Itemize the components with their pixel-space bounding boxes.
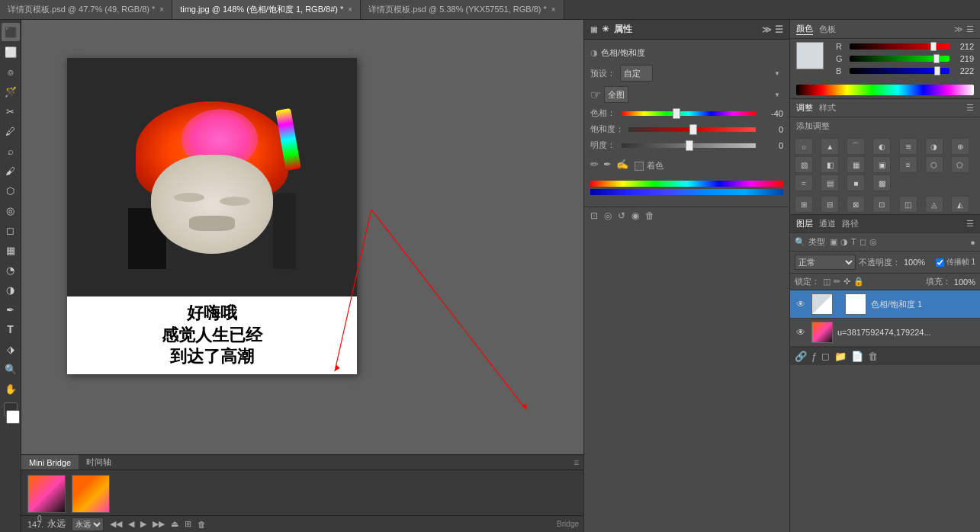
adj-r4[interactable]: ⊡ <box>872 196 891 213</box>
lock-transparent-icon[interactable]: ◫ <box>823 277 831 287</box>
panel-expand-icon[interactable]: ≫ <box>762 24 772 35</box>
add-frame-btn[interactable]: ⊞ <box>185 519 191 529</box>
lock-all-icon[interactable]: 🔒 <box>853 277 864 287</box>
adj-brightness[interactable]: ☼ <box>795 138 813 155</box>
adj-vibrance[interactable]: ≋ <box>899 138 917 155</box>
eyedropper-btn[interactable]: 🖊 <box>2 122 20 140</box>
history-btn[interactable]: ◎ <box>2 201 20 220</box>
view-icon[interactable]: ◎ <box>604 210 612 221</box>
tab-psd1-close[interactable]: × <box>159 5 164 14</box>
swatch-tab[interactable]: 色板 <box>819 24 836 35</box>
play-btn[interactable]: ▶ <box>140 519 146 529</box>
tab-psd2-close[interactable]: × <box>551 5 556 14</box>
new-layer-icon[interactable]: 📄 <box>851 351 863 362</box>
adj-r5[interactable]: ◫ <box>899 196 917 213</box>
hand-tool-icon[interactable]: ☞ <box>590 88 601 102</box>
mini-bridge-tab[interactable]: Mini Bridge <box>21 455 79 470</box>
filter-adj[interactable]: ◑ <box>840 237 848 247</box>
channel-select[interactable]: 全图 红色 黄色 绿色 青色 蓝色 洋红 <box>604 86 628 103</box>
thumbnail-1[interactable] <box>27 475 66 513</box>
pen-btn[interactable]: ✒ <box>2 300 20 319</box>
adj-channel[interactable]: ≡ <box>899 156 917 173</box>
pencil3-icon[interactable]: ✍ <box>616 159 628 170</box>
delete-adj-icon[interactable]: 🗑 <box>645 210 654 221</box>
clip-icon[interactable]: ⊡ <box>590 210 598 221</box>
blend-mode-select[interactable]: 正常 溶解 正片叠底 <box>795 255 856 270</box>
bright-slider-track[interactable] <box>622 141 756 150</box>
adj-exposure[interactable]: ◐ <box>872 138 891 155</box>
reset-icon[interactable]: ↺ <box>618 210 625 221</box>
thumbnail-2[interactable] <box>72 475 110 513</box>
propagate-checkbox[interactable] <box>936 258 944 267</box>
add-mask-icon[interactable]: ◻ <box>821 351 830 362</box>
filter-toggle[interactable]: ● <box>970 237 975 248</box>
filter-text[interactable]: T <box>851 237 856 247</box>
channels-tab[interactable]: 通道 <box>819 218 836 229</box>
layers-menu[interactable]: ☰ <box>966 219 974 229</box>
pencil2-icon[interactable]: ✒ <box>603 159 612 170</box>
new-group-icon[interactable]: 📁 <box>834 351 847 362</box>
lock-paint-icon[interactable]: ✏ <box>834 277 840 287</box>
loop-select[interactable]: 永远 <box>72 518 104 531</box>
blur-btn[interactable]: ◔ <box>2 261 20 279</box>
filter-shape[interactable]: ◻ <box>860 237 866 247</box>
forward-btn[interactable]: ▶▶ <box>153 519 165 529</box>
adj-menu-icon[interactable]: ☰ <box>966 103 974 113</box>
magic-wand-btn[interactable]: 🪄 <box>2 82 20 101</box>
eject-btn[interactable]: ⏏ <box>171 519 178 529</box>
hue-slider-track[interactable] <box>622 109 756 118</box>
adj-selective[interactable]: ▣ <box>872 156 891 173</box>
shape-btn[interactable]: ⬗ <box>2 340 20 358</box>
r-thumb[interactable] <box>930 42 937 51</box>
adj-levels[interactable]: ▲ <box>821 138 839 155</box>
adj-r3[interactable]: ⊠ <box>847 196 865 213</box>
mini-bridge-menu[interactable]: ≡ <box>569 457 583 468</box>
lasso-tool-btn[interactable]: ⌾ <box>2 62 20 81</box>
delete-layer-icon[interactable]: 🗑 <box>868 351 878 362</box>
prev-btn[interactable]: ◀ <box>128 519 134 529</box>
r-slider[interactable] <box>850 43 949 50</box>
preset-select[interactable]: 自定 默认值 <box>620 65 653 82</box>
adj-pattern[interactable]: ▩ <box>872 175 891 191</box>
panel-menu-icon[interactable]: ☰ <box>775 24 783 35</box>
crop-tool-btn[interactable]: ✂ <box>2 102 20 120</box>
lock-move-icon[interactable]: ✜ <box>843 277 850 287</box>
color-spectrum-strip[interactable] <box>796 85 974 95</box>
pencil1-icon[interactable]: ✏ <box>590 159 599 170</box>
color-swatch[interactable] <box>796 42 824 69</box>
adj-invert[interactable]: ⬡ <box>925 156 943 173</box>
adj-gradient2[interactable]: ▤ <box>821 175 839 191</box>
adj-bw[interactable]: ▨ <box>795 156 813 173</box>
layer-item-1[interactable]: 👁 u=3817592474,179224... <box>790 319 980 347</box>
b-thumb[interactable] <box>934 66 940 75</box>
sat-slider-thumb[interactable] <box>689 124 697 135</box>
link-layers-icon[interactable]: 🔗 <box>795 351 807 362</box>
adj-curves[interactable]: ⌒ <box>847 138 865 155</box>
adj-huesat[interactable]: ◑ <box>925 138 943 155</box>
eraser-btn[interactable]: ◻ <box>2 221 20 239</box>
layer-item-0[interactable]: 👁 色相/饱和度 1 <box>790 290 980 319</box>
tab-timg-close[interactable]: × <box>348 5 352 14</box>
visibility-icon[interactable]: ◉ <box>631 210 639 221</box>
adj-tab[interactable]: 调整 <box>796 102 813 114</box>
color-tab[interactable]: 颜色 <box>796 23 813 35</box>
marquee-tool-btn[interactable]: ⬜ <box>2 43 20 61</box>
move-tool-btn[interactable]: ⬛ <box>2 23 20 41</box>
g-slider[interactable] <box>850 56 949 62</box>
sat-slider-track[interactable] <box>628 125 756 134</box>
layer-eye-1[interactable]: 👁 <box>795 326 807 338</box>
adj-r2[interactable]: ⊟ <box>821 196 839 213</box>
paths-tab[interactable]: 路径 <box>842 218 859 229</box>
color-panel-expand[interactable]: ≫ <box>954 24 963 34</box>
hue-slider-thumb[interactable] <box>673 108 680 119</box>
layers-tab[interactable]: 图层 <box>796 218 813 229</box>
bright-slider-thumb[interactable] <box>686 140 693 151</box>
adj-threshold[interactable]: ≈ <box>795 175 813 191</box>
adj-solid[interactable]: ■ <box>847 175 865 191</box>
g-thumb[interactable] <box>933 54 940 63</box>
colorize-checkbox[interactable] <box>635 162 644 171</box>
clone-btn[interactable]: ⬡ <box>2 181 20 200</box>
adj-gradient[interactable]: ▦ <box>847 156 865 173</box>
layer-eye-0[interactable]: 👁 <box>795 298 807 310</box>
adj-posterize[interactable]: ⬠ <box>951 156 969 173</box>
